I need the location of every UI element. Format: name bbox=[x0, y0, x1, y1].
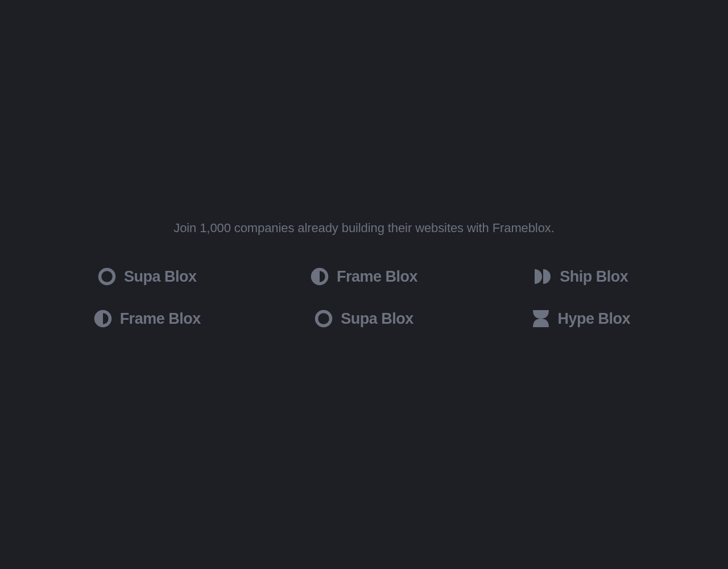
logo-label: Hype Blox bbox=[558, 310, 631, 328]
circle-outline-icon bbox=[315, 310, 333, 328]
svg-point-3 bbox=[317, 312, 331, 326]
tagline: Join 1,000 companies already building th… bbox=[173, 221, 554, 236]
logo-grid: Supa Blox Frame Blox Ship Blox bbox=[0, 267, 728, 328]
logo-hype-blox: Hype Blox bbox=[484, 310, 678, 328]
logo-frame-blox: Frame Blox bbox=[267, 267, 461, 286]
logo-label: Frame Blox bbox=[337, 268, 417, 286]
double-d-icon bbox=[533, 267, 552, 286]
logo-label: Frame Blox bbox=[120, 310, 201, 328]
logo-supa-blox: Supa Blox bbox=[50, 267, 244, 286]
hourglass-icon bbox=[532, 310, 550, 328]
logo-label: Supa Blox bbox=[341, 310, 413, 328]
circle-half-icon bbox=[311, 267, 329, 286]
svg-point-0 bbox=[100, 270, 114, 284]
circle-half-icon bbox=[94, 310, 112, 328]
circle-outline-icon bbox=[98, 267, 116, 286]
logo-label: Ship Blox bbox=[560, 268, 628, 286]
logo-supa-blox: Supa Blox bbox=[267, 310, 461, 328]
logo-frame-blox: Frame Blox bbox=[50, 310, 244, 328]
logo-ship-blox: Ship Blox bbox=[484, 267, 678, 286]
logo-label: Supa Blox bbox=[124, 268, 197, 286]
